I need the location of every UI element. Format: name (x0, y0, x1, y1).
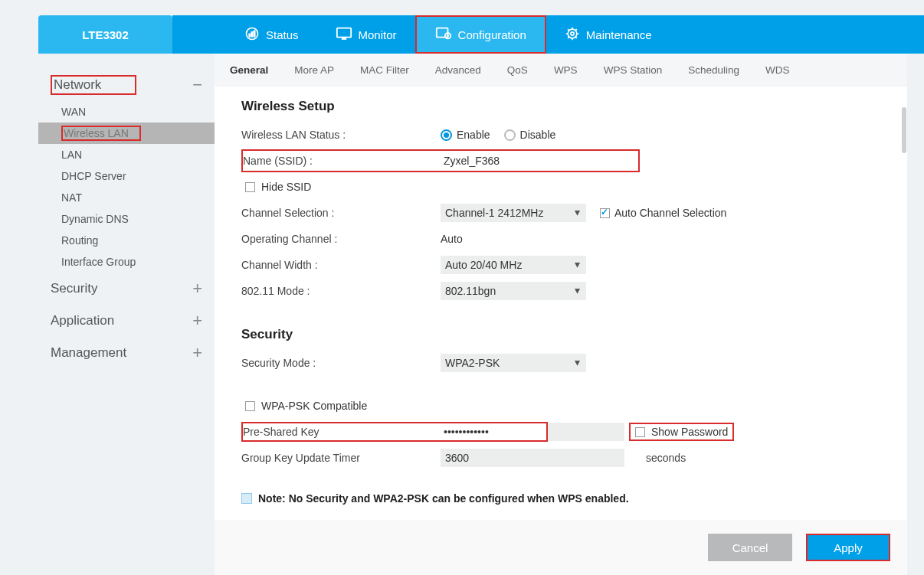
side-group-header-application[interactable]: Application + (38, 305, 215, 337)
topnav-item-configuration[interactable]: Configuration (415, 15, 546, 54)
side-group-network: Network − WAN Wireless LAN LAN DHCP Serv… (38, 69, 215, 273)
wpa-psk-compatible-checkbox[interactable]: WPA-PSK Compatible (245, 400, 367, 412)
side-group-header-security[interactable]: Security + (38, 273, 215, 305)
scrollbar-thumb[interactable] (902, 107, 906, 153)
plus-icon: + (192, 311, 202, 331)
gear-icon (565, 26, 580, 44)
hide-ssid-checkbox[interactable]: Hide SSID (245, 181, 311, 193)
top-nav: Status Monitor Configuration Maintenance (172, 15, 924, 54)
sidebar: Network − WAN Wireless LAN LAN DHCP Serv… (0, 54, 215, 575)
side-group-title: Application (51, 313, 114, 328)
checkbox-icon (635, 427, 645, 437)
sidebar-item-wan[interactable]: WAN (38, 101, 215, 123)
side-group-title: Security (51, 281, 97, 296)
configuration-icon (435, 26, 452, 44)
checkbox-icon (245, 182, 255, 192)
side-group-title: Network (51, 75, 136, 95)
side-group-security: Security + (38, 273, 215, 305)
svg-rect-5 (342, 38, 346, 39)
sidebar-item-wireless-lan[interactable]: Wireless LAN (38, 123, 215, 144)
topnav-label: Configuration (458, 28, 526, 41)
subtab-qos[interactable]: QoS (507, 64, 528, 76)
security-mode-select[interactable] (441, 354, 586, 372)
sidebar-item-interface-group[interactable]: Interface Group (38, 251, 215, 273)
topnav-item-maintenance[interactable]: Maintenance (546, 15, 670, 54)
plus-icon: + (192, 279, 202, 299)
wlan-status-disable-radio[interactable]: Disable (504, 129, 556, 141)
main-panel: General More AP MAC Filter Advanced QoS … (215, 54, 907, 575)
checkbox-icon (245, 401, 255, 411)
auto-channel-checkbox[interactable]: Auto Channel Selection (600, 207, 726, 219)
subtab-wps-station[interactable]: WPS Station (604, 64, 663, 76)
subtab-bar: General More AP MAC Filter Advanced QoS … (215, 54, 907, 87)
subtab-wps[interactable]: WPS (554, 64, 578, 76)
operating-channel-label: Operating Channel : (241, 233, 441, 245)
subtab-wds[interactable]: WDS (765, 64, 790, 76)
wlan-status-label: Wireless LAN Status : (241, 129, 441, 141)
side-group-header-network[interactable]: Network − (38, 69, 215, 101)
topnav-item-status[interactable]: Status (226, 15, 317, 54)
operating-channel-value: Auto (441, 233, 463, 245)
side-group-header-management[interactable]: Management + (38, 337, 215, 369)
topnav-label: Maintenance (586, 28, 652, 41)
topnav-item-monitor[interactable]: Monitor (317, 15, 415, 54)
sidebar-item-lan[interactable]: LAN (38, 144, 215, 165)
subtab-mac-filter[interactable]: MAC Filter (360, 64, 409, 76)
topnav-label: Monitor (359, 28, 397, 41)
checkbox-icon (600, 208, 610, 218)
channel-selection-label: Channel Selection : (241, 207, 441, 219)
note-text: Note: No Security and WPA2-PSK can be co… (258, 492, 629, 505)
channel-width-select[interactable] (441, 256, 586, 274)
gku-unit: seconds (646, 452, 686, 464)
subtab-advanced[interactable]: Advanced (435, 64, 481, 76)
radio-off-icon (504, 129, 516, 141)
svg-rect-1 (249, 34, 251, 37)
content-area: Wireless Setup Wireless LAN Status : Ena… (215, 87, 907, 520)
footer-bar: Cancel Apply (215, 520, 907, 575)
subtab-more-ap[interactable]: More AP (294, 64, 334, 76)
apply-button[interactable]: Apply (806, 534, 890, 561)
side-group-title: Management (51, 345, 126, 361)
mode-select[interactable] (441, 282, 586, 300)
sidebar-item-nat[interactable]: NAT (38, 187, 215, 208)
svg-rect-4 (336, 28, 350, 37)
gku-input[interactable] (441, 449, 624, 467)
psk-input[interactable] (442, 423, 542, 440)
ssid-label: Name (SSID) : (243, 155, 442, 167)
topnav-label: Status (266, 28, 299, 41)
channel-width-label: Channel Width : (241, 259, 441, 271)
security-title: Security (241, 327, 880, 342)
sidebar-item-routing[interactable]: Routing (38, 230, 215, 251)
sidebar-item-dhcp-server[interactable]: DHCP Server (38, 165, 215, 187)
ssid-input[interactable] (442, 152, 626, 169)
show-password-checkbox[interactable]: Show Password (629, 423, 734, 441)
plus-icon: + (192, 343, 202, 363)
subtab-scheduling[interactable]: Scheduling (688, 64, 739, 76)
subtab-general[interactable]: General (230, 64, 268, 76)
note-row: Note: No Security and WPA2-PSK can be co… (241, 492, 880, 505)
psk-label: Pre-Shared Key (243, 426, 442, 438)
note-icon (241, 493, 252, 504)
side-group-application: Application + (38, 305, 215, 337)
channel-selection-select[interactable] (441, 204, 586, 222)
top-bar: LTE3302 Status Monitor Configurati (0, 15, 924, 54)
minus-icon: − (192, 75, 202, 95)
monitor-icon (336, 26, 352, 44)
side-group-management: Management + (38, 337, 215, 369)
svg-rect-3 (254, 30, 255, 36)
svg-point-9 (568, 29, 577, 38)
brand-tab: LTE3302 (38, 15, 172, 54)
svg-point-10 (571, 31, 574, 34)
radio-on-icon (441, 129, 452, 141)
status-icon (244, 26, 260, 44)
security-mode-label: Security Mode : (241, 357, 441, 369)
svg-point-8 (447, 34, 448, 36)
cancel-button[interactable]: Cancel (708, 534, 792, 561)
brand-label: LTE3302 (82, 28, 129, 41)
mode-label: 802.11 Mode : (241, 285, 441, 297)
svg-rect-2 (251, 31, 253, 37)
wlan-status-enable-radio[interactable]: Enable (441, 129, 490, 141)
sidebar-item-dynamic-dns[interactable]: Dynamic DNS (38, 208, 215, 230)
gku-label: Group Key Update Timer (241, 452, 441, 464)
svg-rect-6 (436, 28, 447, 37)
